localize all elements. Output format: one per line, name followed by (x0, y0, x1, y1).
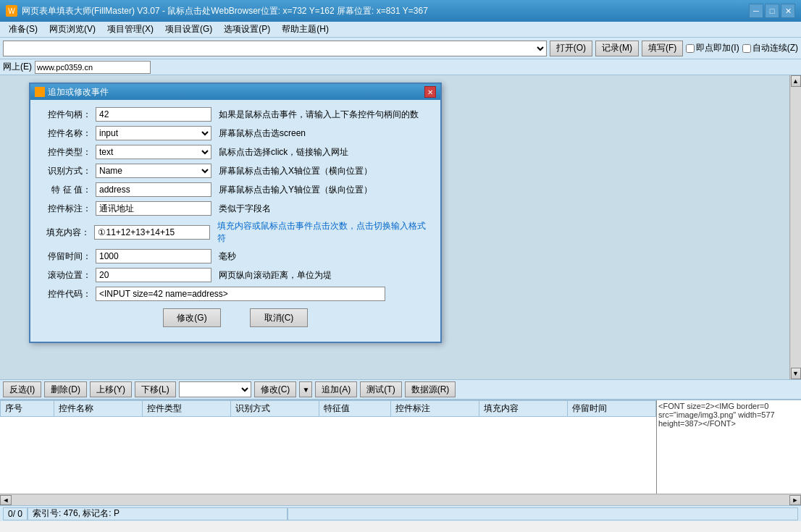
horizontal-scrollbar[interactable]: ◄ ► (0, 494, 801, 505)
title-text: 网页表单填表大师(FillMaster) V3.07 - 鼠标点击处WebBro… (22, 5, 428, 17)
input-feature-value[interactable] (96, 182, 211, 197)
form-row-name: 控件名称： input 屏幕鼠标点击选screen (41, 126, 430, 140)
col-header-pause: 停留时间 (567, 401, 655, 417)
input-control-sentence[interactable] (96, 107, 211, 122)
label-control-type: 控件类型： (41, 146, 91, 159)
app-icon: W (6, 5, 17, 17)
right-panel-content: <FONT size=2><IMG border=0 src="image/im… (658, 402, 775, 428)
input-pause-time[interactable] (96, 249, 211, 263)
dialog-buttons: 修改(G) 取消(C) (41, 308, 430, 334)
status-index: 索引号: 476, 标记名: P (28, 507, 288, 520)
col-header-note: 控件标注 (390, 401, 479, 417)
label-control-note: 控件标注： (41, 203, 91, 215)
cancel-button[interactable]: 取消(C) (250, 308, 308, 327)
add-button[interactable]: 追加(A) (315, 381, 357, 397)
select-identify-method[interactable]: Name (96, 164, 211, 178)
select-control-name[interactable]: input (96, 126, 211, 140)
modify-toolbar-button[interactable]: 修改(C) (254, 381, 297, 397)
col-header-index: 序号 (1, 401, 54, 417)
dropdown-arrow-button[interactable]: ▼ (299, 381, 312, 397)
status-right (288, 507, 798, 520)
menu-prepare[interactable]: 准备(S) (3, 22, 43, 37)
reverse-select-button[interactable]: 反选(I) (3, 381, 41, 397)
label-feature-value: 特 征 值： (41, 184, 91, 196)
input-scroll-pos[interactable] (96, 268, 211, 282)
address-input[interactable] (35, 61, 151, 74)
hint-type: 鼠标点击选择click，链接输入网址 (219, 146, 348, 159)
col-header-feature: 特征值 (319, 401, 390, 417)
address-label: 网上(E) (3, 61, 32, 73)
url-dropdown[interactable] (3, 41, 547, 56)
menu-project-settings[interactable]: 项目设置(G) (159, 22, 218, 37)
form-row-fill: 填充内容： 填充内容或鼠标点击事件点击次数，点击切换输入格式符 (41, 220, 430, 245)
bottom-toolbar: 反选(I) 删除(D) 上移(Y) 下移(L) 修改(C) ▼ 追加(A) 测试… (0, 379, 801, 400)
hint-note: 类似于字段名 (219, 203, 271, 215)
scroll-down-button[interactable]: ▼ (791, 368, 801, 379)
datasource-button[interactable]: 数据源(R) (405, 381, 456, 397)
input-control-note[interactable] (96, 201, 211, 216)
scroll-track[interactable] (791, 87, 801, 368)
label-control-sentence: 控件句柄： (41, 109, 91, 121)
hint-fill: 填充内容或鼠标点击事件点击次数，点击切换输入格式符 (217, 220, 430, 245)
immediate-checkbox[interactable] (686, 44, 695, 53)
form-row-code: 控件代码： (41, 287, 430, 301)
auto-continue-checkbox[interactable] (742, 44, 751, 53)
menu-browse[interactable]: 网页浏览(V) (43, 22, 101, 37)
hscroll-track[interactable] (12, 495, 789, 505)
col-header-identify: 识别方式 (231, 401, 319, 417)
label-control-name: 控件名称： (41, 127, 91, 140)
move-up-button[interactable]: 上移(Y) (90, 381, 132, 397)
menu-help[interactable]: 帮助主题(H) (276, 22, 335, 37)
record-button[interactable]: 记录(M) (595, 41, 639, 56)
fill-button[interactable]: 填写(F) (642, 41, 683, 56)
main-toolbar: 打开(O) 记录(M) 填写(F) 即点即加(I) 自动连续(Z) (0, 38, 801, 59)
col-header-name: 控件名称 (54, 401, 143, 417)
right-panel: <FONT size=2><IMG border=0 src="image/im… (656, 400, 801, 494)
label-pause-time: 停留时间： (41, 250, 91, 263)
scroll-up-button[interactable]: ▲ (791, 75, 801, 87)
input-control-code[interactable] (96, 287, 385, 301)
scroll-left-button[interactable]: ◄ (0, 495, 12, 505)
test-button[interactable]: 测试(T) (360, 381, 401, 397)
immediate-text: 即点即加(I) (696, 42, 739, 54)
col-header-type: 控件类型 (143, 401, 231, 417)
address-bar: 网上(E) (0, 59, 801, 75)
form-row-identify: 识别方式： Name 屏幕鼠标点击输入X轴位置（横向位置） (41, 164, 430, 178)
menu-project[interactable]: 项目管理(X) (101, 22, 159, 37)
col-header-fill: 填充内容 (479, 401, 567, 417)
select-control-type[interactable]: text (96, 145, 211, 159)
modify-button[interactable]: 修改(G) (163, 308, 221, 327)
scroll-right-button[interactable]: ► (789, 495, 801, 505)
menu-bar: 准备(S) 网页浏览(V) 项目管理(X) 项目设置(G) 选项设置(P) 帮助… (0, 22, 801, 38)
maximize-button[interactable]: □ (765, 4, 779, 18)
form-row-sentence: 控件句柄： 如果是鼠标点击事件，请输入上下条控件句柄间的数 (41, 107, 430, 122)
close-button[interactable]: ✕ (781, 4, 795, 18)
minimize-button[interactable]: ─ (749, 4, 763, 18)
main-scrollbar[interactable]: ▲ ▼ (789, 75, 801, 379)
title-controls[interactable]: ─ □ ✕ (749, 4, 795, 18)
title-bar: W 网页表单填表大师(FillMaster) V3.07 - 鼠标点击处WebB… (0, 0, 801, 22)
dialog-title-icon (35, 87, 45, 97)
hint-scroll: 网页纵向滚动距离，单位为堤 (219, 269, 332, 282)
dialog-close-button[interactable]: ✕ (424, 86, 436, 98)
title-bar-left: W 网页表单填表大师(FillMaster) V3.07 - 鼠标点击处WebB… (6, 5, 428, 17)
open-button[interactable]: 打开(O) (550, 41, 592, 56)
hint-feature: 屏幕鼠标点击输入Y轴位置（纵向位置） (219, 184, 372, 196)
dialog-title-text: 追加或修改事件 (48, 86, 109, 98)
label-scroll-pos: 滚动位置： (41, 269, 91, 282)
input-fill-content[interactable] (94, 225, 210, 240)
status-count: 0/ 0 (3, 507, 28, 520)
label-identify-method: 识别方式： (41, 165, 91, 177)
form-row-scroll: 滚动位置： 网页纵向滚动距离，单位为堤 (41, 268, 430, 282)
main-area: 追加或修改事件 ✕ 控件句柄： 如果是鼠标点击事件，请输入上下条控件句柄间的数 … (0, 75, 801, 379)
menu-options[interactable]: 选项设置(P) (218, 22, 276, 37)
action-dropdown[interactable] (179, 381, 251, 397)
table-main: 序号 控件名称 控件类型 识别方式 特征值 控件标注 填充内容 停留时间 (0, 400, 656, 494)
hint-pause: 毫秒 (219, 250, 236, 263)
dialog-add-modify: 追加或修改事件 ✕ 控件句柄： 如果是鼠标点击事件，请输入上下条控件句柄间的数 … (29, 83, 442, 343)
dialog-title-bar: 追加或修改事件 ✕ (30, 84, 440, 100)
label-control-code: 控件代码： (41, 288, 91, 300)
delete-button[interactable]: 删除(D) (44, 381, 87, 397)
auto-continue-text: 自动连续(Z) (752, 42, 798, 54)
move-down-button[interactable]: 下移(L) (135, 381, 176, 397)
